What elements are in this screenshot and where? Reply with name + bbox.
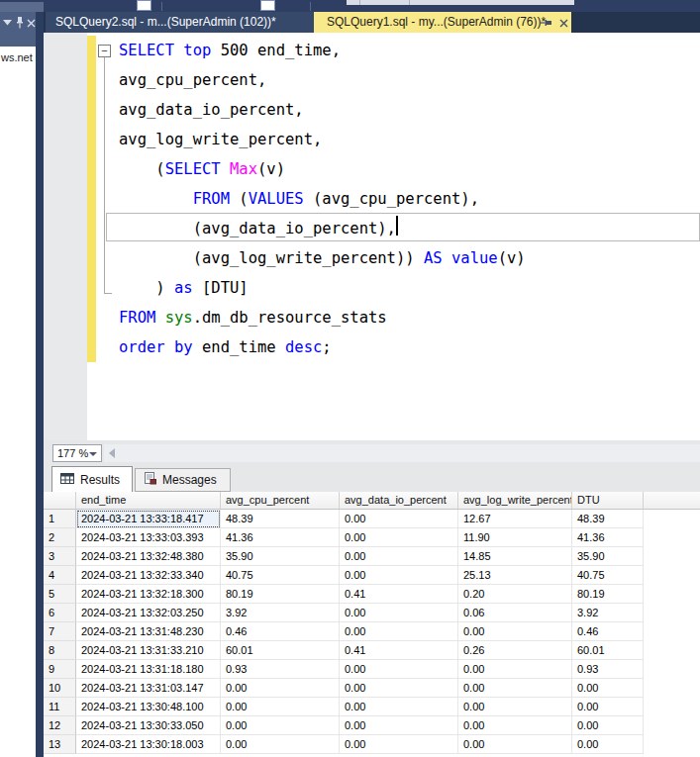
chevron-down-icon[interactable] — [2, 17, 13, 29]
grid-cell[interactable]: 0.00 — [340, 679, 458, 698]
grid-column-header[interactable]: DTU — [572, 492, 644, 510]
grid-cell[interactable]: 0.00 — [572, 716, 644, 735]
grid-cell[interactable]: 2024-03-21 13:31:33.210 — [76, 641, 221, 660]
grid-cell[interactable]: 0.00 — [340, 510, 458, 528]
grid-column-header[interactable]: avg_log_write_percent — [458, 492, 572, 510]
grid-column-header[interactable]: avg_data_io_percent — [340, 492, 458, 510]
grid-cell[interactable]: 60.01 — [572, 641, 644, 660]
grid-cell[interactable]: 0.00 — [340, 735, 458, 754]
tab-sqlquery2[interactable]: SQLQuery2.sql - m...(SuperAdmin (102))* — [46, 12, 314, 33]
grid-cell[interactable]: 2024-03-21 13:31:18.180 — [76, 660, 221, 679]
grid-cell[interactable]: 2024-03-21 13:32:33.340 — [76, 566, 221, 585]
grid-cell[interactable]: 0.00 — [458, 716, 572, 735]
grid-cell[interactable]: 2024-03-21 13:31:03.147 — [76, 679, 221, 698]
grid-cell[interactable]: 35.90 — [572, 547, 644, 566]
grid-cell[interactable]: 0.26 — [458, 641, 572, 660]
grid-cell[interactable]: 14.85 — [458, 547, 572, 566]
grid-cell[interactable]: 2024-03-21 13:30:18.003 — [76, 735, 221, 754]
grid-cell[interactable]: 0.00 — [458, 622, 572, 641]
row-number-cell[interactable]: 8 — [44, 641, 76, 660]
grid-cell[interactable]: 41.36 — [572, 528, 644, 547]
grid-cell[interactable]: 0.41 — [340, 641, 458, 660]
grid-cell[interactable]: 3.92 — [221, 604, 340, 622]
close-icon[interactable] — [557, 17, 569, 29]
row-number-cell[interactable]: 4 — [44, 566, 76, 585]
close-icon[interactable] — [26, 17, 36, 29]
toolbar-combo-edge[interactable] — [137, 0, 151, 11]
grid-cell[interactable]: 2024-03-21 13:31:48.230 — [76, 622, 221, 641]
row-number-cell[interactable]: 9 — [44, 660, 76, 679]
grid-cell[interactable]: 0.00 — [340, 604, 458, 622]
grid-cell[interactable]: 2024-03-21 13:32:48.380 — [76, 547, 221, 566]
grid-column-header[interactable]: avg_cpu_percent — [221, 492, 340, 510]
grid-cell[interactable]: 2024-03-21 13:30:33.050 — [76, 716, 221, 735]
grid-cell[interactable]: 2024-03-21 13:30:48.100 — [76, 698, 221, 716]
row-number-cell[interactable]: 13 — [44, 735, 76, 754]
row-number-cell[interactable]: 5 — [44, 585, 76, 604]
row-number-cell[interactable]: 12 — [44, 716, 76, 735]
grid-cell[interactable]: 0.00 — [340, 547, 458, 566]
grid-cell[interactable]: 0.41 — [340, 585, 458, 604]
chevron-down-icon[interactable] — [89, 452, 97, 456]
grid-cell[interactable]: 2024-03-21 13:33:03.393 — [76, 528, 221, 547]
sql-editor[interactable]: − SELECT top 500 end_time,avg_cpu_percen… — [44, 33, 700, 440]
grid-cell[interactable]: 3.92 — [572, 604, 644, 622]
grid-cell[interactable]: 0.06 — [458, 604, 572, 622]
scroll-left-icon[interactable] — [109, 448, 115, 458]
grid-cell[interactable]: 0.00 — [221, 698, 340, 716]
row-number-cell[interactable]: 6 — [44, 604, 76, 622]
grid-cell[interactable]: 0.46 — [572, 622, 644, 641]
grid-cell[interactable]: 35.90 — [221, 547, 340, 566]
grid-cell[interactable]: 0.93 — [221, 660, 340, 679]
panel-splitter[interactable] — [36, 12, 44, 757]
grid-cell[interactable]: 0.00 — [340, 698, 458, 716]
grid-cell[interactable]: 40.75 — [221, 566, 340, 585]
grid-cell[interactable]: 2024-03-21 13:32:18.300 — [76, 585, 221, 604]
pin-icon[interactable] — [14, 17, 25, 29]
toolbar-combo-edge[interactable] — [260, 0, 275, 11]
selected-grid-cell[interactable]: 2024-03-21 13:33:18.417 — [76, 510, 221, 528]
grid-cell[interactable]: 0.00 — [458, 735, 572, 754]
row-number-cell[interactable]: 10 — [44, 679, 76, 698]
row-number-cell[interactable]: 7 — [44, 622, 76, 641]
grid-cell[interactable]: 0.46 — [221, 622, 340, 641]
tab-messages[interactable]: Messages — [135, 468, 231, 492]
row-number-cell[interactable]: 1 — [44, 510, 76, 528]
grid-cell[interactable]: 0.20 — [458, 585, 572, 604]
grid-cell[interactable]: 48.39 — [221, 510, 340, 528]
grid-cell[interactable]: 48.39 — [572, 510, 644, 528]
grid-cell[interactable]: 25.13 — [458, 566, 572, 585]
grid-corner-cell[interactable] — [44, 492, 76, 510]
grid-cell[interactable]: 0.00 — [221, 679, 340, 698]
row-number-cell[interactable]: 11 — [44, 698, 76, 716]
grid-cell[interactable]: 0.93 — [572, 660, 644, 679]
grid-cell[interactable]: 0.00 — [458, 679, 572, 698]
grid-cell[interactable]: 0.00 — [458, 660, 572, 679]
grid-cell[interactable]: 0.00 — [340, 528, 458, 547]
collapse-region-icon[interactable]: − — [98, 45, 111, 57]
zoom-dropdown[interactable]: 177 % — [52, 444, 102, 462]
grid-cell[interactable]: 0.00 — [572, 698, 644, 716]
grid-cell[interactable]: 0.00 — [458, 698, 572, 716]
grid-column-header[interactable]: end_time — [76, 492, 221, 510]
grid-cell[interactable]: 0.00 — [572, 735, 644, 754]
tab-results[interactable]: Results — [51, 466, 133, 492]
grid-cell[interactable]: 0.00 — [340, 660, 458, 679]
horizontal-scrollbar[interactable] — [104, 444, 700, 462]
grid-cell[interactable]: 80.19 — [572, 585, 644, 604]
grid-cell[interactable]: 0.00 — [340, 622, 458, 641]
tab-sqlquery1[interactable]: SQLQuery1.sql - my...(SuperAdmin (76))* — [314, 12, 571, 33]
row-number-cell[interactable]: 3 — [44, 547, 76, 566]
grid-cell[interactable]: 41.36 — [221, 528, 340, 547]
pin-icon[interactable] — [540, 17, 551, 29]
grid-cell[interactable]: 0.00 — [572, 679, 644, 698]
grid-cell[interactable]: 40.75 — [572, 566, 644, 585]
grid-cell[interactable]: 0.00 — [221, 735, 340, 754]
grid-cell[interactable]: 80.19 — [221, 585, 340, 604]
grid-cell[interactable]: 60.01 — [221, 641, 340, 660]
grid-cell[interactable]: 11.90 — [458, 528, 572, 547]
grid-cell[interactable]: 0.00 — [340, 716, 458, 735]
grid-cell[interactable]: 0.00 — [221, 716, 340, 735]
grid-cell[interactable]: 12.67 — [458, 510, 572, 528]
grid-cell[interactable]: 0.00 — [340, 566, 458, 585]
